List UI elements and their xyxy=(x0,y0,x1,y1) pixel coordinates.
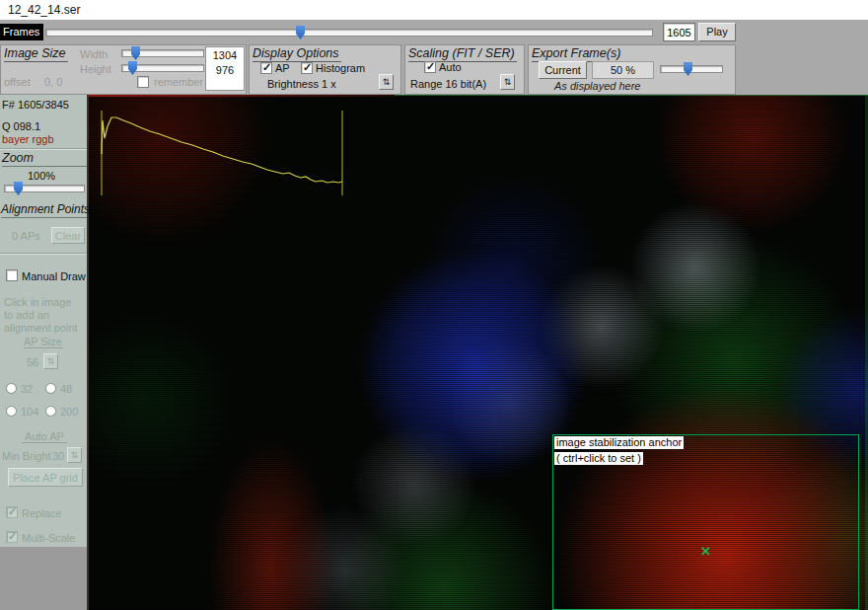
frame-number-input[interactable] xyxy=(663,23,695,41)
ap-size-200-label: 200 xyxy=(60,406,78,418)
replace-label: Replace xyxy=(22,507,61,519)
multi-scale-checkbox[interactable] xyxy=(6,531,18,543)
auto-ap-title: Auto AP xyxy=(22,430,67,443)
manual-draw-label: Manual Draw xyxy=(22,270,86,282)
multi-scale-label: Multi-Scale xyxy=(22,532,75,544)
remember-label: remember xyxy=(154,76,203,88)
height-slider-thumb[interactable] xyxy=(128,61,137,75)
ap-checkbox[interactable] xyxy=(260,62,272,74)
play-button[interactable]: Play xyxy=(698,23,736,41)
ap-size-32-label: 32 xyxy=(21,383,33,395)
anchor-box-hint: ( ctrl+click to set ) xyxy=(554,452,643,465)
ap-size-104-label: 104 xyxy=(21,406,38,418)
ap-label: AP xyxy=(275,62,290,74)
histogram-checkbox[interactable] xyxy=(301,62,313,74)
sidebar: F# 1605/3845 Q 098.1 bayer rggb Zoom 100… xyxy=(0,95,89,610)
scaling-title: Scaling (FIT / SER) xyxy=(408,46,517,62)
bayer-pattern-label: bayer rggb xyxy=(2,133,54,145)
brightness-spinner-icon[interactable]: ⇅ xyxy=(379,74,394,90)
scaling-group: Scaling (FIT / SER) Auto Range 16 bit(A)… xyxy=(404,44,525,95)
ap-count-label: 0 APs xyxy=(12,230,40,242)
place-ap-grid-button[interactable]: Place AP grid xyxy=(8,468,83,487)
display-options-title: Display Options xyxy=(253,46,341,62)
zoom-value: 100% xyxy=(28,170,55,182)
ap-size-48-radio[interactable] xyxy=(45,383,56,394)
toolbar: Image Size Width Height 1304 976 offset … xyxy=(0,44,868,95)
height-value: 976 xyxy=(206,64,244,76)
export-slider-thumb[interactable] xyxy=(684,62,692,76)
histogram-curve xyxy=(102,117,342,183)
brightness-label: Brightness 1 x xyxy=(267,78,336,90)
image-size-title: Image Size xyxy=(4,46,68,62)
ap-size-spinner-icon[interactable]: ⇅ xyxy=(43,353,58,369)
export-note: As displayed here xyxy=(554,80,640,92)
min-bright-label: Min Bright xyxy=(2,450,51,462)
auto-label: Auto xyxy=(439,61,462,73)
export-group: Export Frame(s) Current 50 % As displaye… xyxy=(528,44,736,95)
width-value: 1304 xyxy=(206,49,244,61)
zoom-slider-thumb[interactable] xyxy=(14,182,23,195)
height-label: Height xyxy=(80,63,111,75)
remember-checkbox[interactable] xyxy=(137,76,149,88)
display-options-group: Display Options AP Histogram Brightness … xyxy=(249,44,401,95)
frame-counter: F# 1605/3845 xyxy=(2,99,69,111)
canvas-top-green-strip xyxy=(395,95,868,96)
width-label: Width xyxy=(80,48,108,60)
separator xyxy=(0,253,87,254)
separator xyxy=(0,148,87,149)
ap-hint-line3: alignment point xyxy=(4,322,78,334)
offset-value: 0, 0 xyxy=(44,76,62,88)
quality-readout: Q 098.1 xyxy=(2,120,40,132)
width-slider-thumb[interactable] xyxy=(131,46,140,60)
range-label: Range 16 bit(A) xyxy=(410,78,486,90)
ap-size-title: AP Size xyxy=(24,336,63,348)
ap-size-32-radio[interactable] xyxy=(6,383,17,394)
anchor-cross-icon: ✕ xyxy=(700,544,711,559)
export-current-button[interactable]: Current xyxy=(539,61,587,79)
frames-bar: Frames Play xyxy=(0,20,868,44)
ap-hint-line1: Click in image xyxy=(4,296,71,308)
size-value-box: 1304 976 xyxy=(205,46,245,91)
min-bright-value: 30 xyxy=(52,450,64,462)
frames-slider-thumb[interactable] xyxy=(296,26,305,39)
anchor-box-title: image stabilization anchor xyxy=(554,436,684,449)
frames-label: Frames xyxy=(0,24,43,40)
window-title: 12_42_14.ser xyxy=(8,3,80,17)
image-size-group: Image Size Width Height 1304 976 offset … xyxy=(0,44,247,95)
range-spinner-icon[interactable]: ⇅ xyxy=(500,74,515,90)
histogram-overlay xyxy=(99,105,345,198)
export-percent-button[interactable]: 50 % xyxy=(592,61,654,79)
ap-size-200-radio[interactable] xyxy=(45,406,56,417)
manual-draw-checkbox[interactable] xyxy=(6,269,18,281)
ap-hint-line2: to add an xyxy=(4,309,49,321)
canvas-top-red-strip xyxy=(89,95,395,97)
stabilization-anchor-box[interactable]: image stabilization anchor ( ctrl+click … xyxy=(552,434,859,610)
histogram-label: Histogram xyxy=(316,62,365,74)
export-title: Export Frame(s) xyxy=(532,46,622,62)
ap-size-104-radio[interactable] xyxy=(6,406,17,417)
image-canvas[interactable]: image stabilization anchor ( ctrl+click … xyxy=(89,95,868,610)
auto-checkbox[interactable] xyxy=(424,61,436,73)
offset-label: offset xyxy=(4,76,31,88)
clear-aps-button[interactable]: Clear xyxy=(51,227,85,244)
zoom-section-title: Zoom xyxy=(2,151,87,167)
ap-size-48-label: 48 xyxy=(60,383,72,395)
sidebar-footer xyxy=(0,547,87,610)
min-bright-spinner-icon[interactable]: ⇅ xyxy=(67,447,82,463)
alignment-points-title: Alignment Points xyxy=(1,202,87,218)
title-bar: 12_42_14.ser xyxy=(0,0,868,20)
replace-checkbox[interactable] xyxy=(6,506,18,518)
app-window: 12_42_14.ser Frames Play Image Size Widt… xyxy=(0,0,868,610)
ap-size-value: 56 xyxy=(27,356,38,368)
frames-slider-track[interactable] xyxy=(45,29,653,37)
